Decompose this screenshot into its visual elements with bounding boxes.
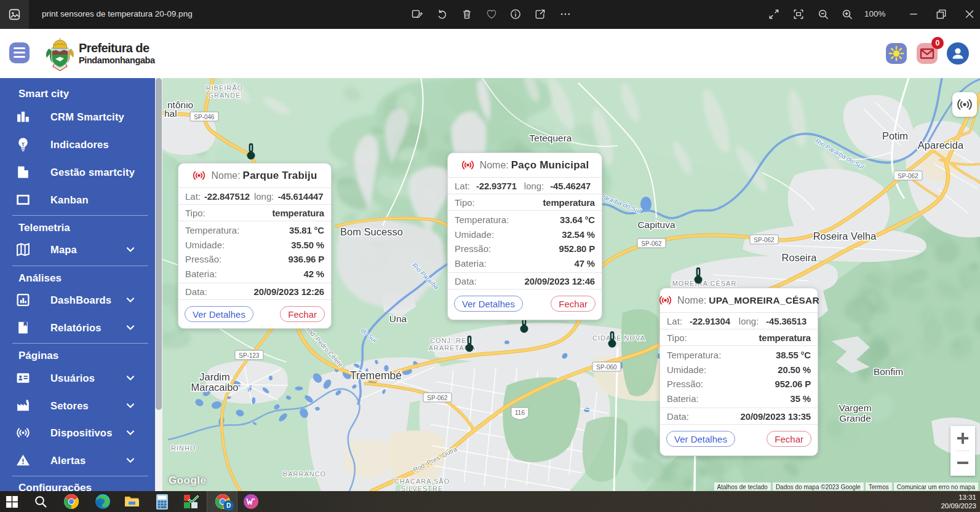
svg-text:BARRANCO: BARRANCO: [283, 470, 326, 478]
svg-text:116: 116: [515, 409, 525, 416]
svg-text:SP-062: SP-062: [427, 395, 448, 401]
svg-text:Potim: Potim: [882, 130, 908, 141]
svg-text:RIBEIRÃO: RIBEIRÃO: [206, 84, 244, 92]
svg-text:SP-062: SP-062: [754, 237, 775, 243]
svg-text:Jardim: Jardim: [199, 371, 230, 382]
svg-text:CHÁCARA SÃO: CHÁCARA SÃO: [394, 478, 450, 485]
svg-text:Roseira: Roseira: [782, 252, 818, 263]
svg-text:SP-060: SP-060: [596, 364, 617, 371]
svg-text:D: D: [226, 502, 231, 509]
svg-text:CIDADE NOVA: CIDADE NOVA: [592, 334, 645, 342]
svg-text:Grande: Grande: [839, 413, 871, 423]
svg-text:Vargem: Vargem: [839, 403, 871, 413]
svg-text:hal: hal: [164, 108, 177, 119]
svg-text:GRANDE: GRANDE: [208, 92, 241, 99]
svg-text:Tremembé: Tremembé: [350, 369, 402, 382]
svg-text:Capituva: Capituva: [637, 219, 675, 230]
svg-text:SP-123: SP-123: [239, 352, 260, 359]
svg-text:Roseira Velha: Roseira Velha: [813, 230, 877, 242]
svg-text:Maracaibo: Maracaibo: [191, 382, 238, 393]
svg-text:MOREIRA CÉSAR: MOREIRA CÉSAR: [672, 280, 737, 287]
svg-text:SP-062: SP-062: [898, 173, 918, 179]
svg-text:SILVESTRE: SILVESTRE: [401, 485, 444, 491]
svg-text:SP-046: SP-046: [194, 114, 215, 120]
svg-text:Aparecida: Aparecida: [918, 140, 964, 151]
svg-text:Bonfim: Bonfim: [874, 366, 903, 377]
svg-text:SP-062: SP-062: [641, 240, 662, 247]
svg-text:Una: Una: [389, 313, 407, 324]
svg-text:Bom Sucesso: Bom Sucesso: [340, 226, 403, 237]
svg-text:RINHO: RINHO: [171, 444, 196, 452]
svg-text:Tetequera: Tetequera: [530, 133, 572, 143]
